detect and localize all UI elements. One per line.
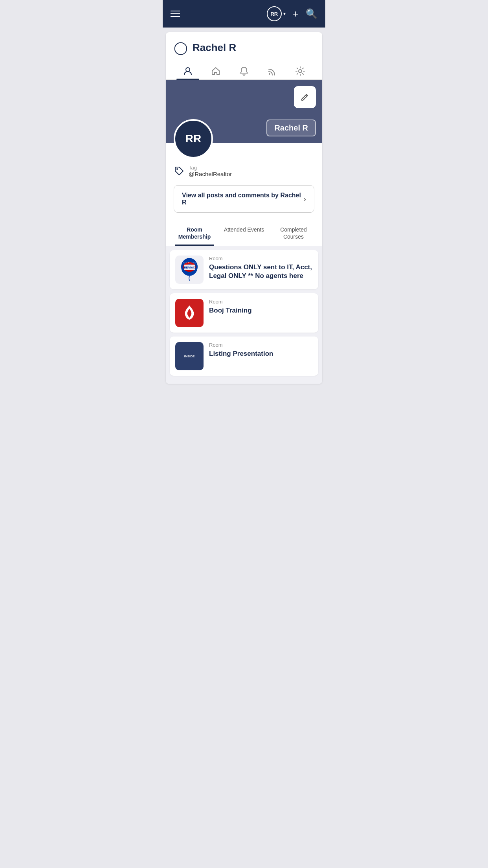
tab-home[interactable]: [204, 63, 227, 79]
room-title: Listing Presentation: [209, 349, 313, 358]
tag-info: Tag @RachelRealtor: [189, 165, 232, 177]
room-info: Room Booj Training: [209, 299, 313, 315]
list-item[interactable]: Room Booj Training: [170, 293, 318, 333]
tag-value: @RachelRealtor: [189, 171, 232, 177]
tag-label: Tag: [189, 165, 232, 171]
user-avatar[interactable]: RR: [267, 6, 282, 21]
section-tab-bar: RoomMembership Attended Events Completed…: [166, 221, 322, 246]
room-info: Room Questions ONLY sent to IT, Acct, Le…: [209, 256, 313, 280]
room-title: Booj Training: [209, 306, 313, 315]
section-tab-attended-events[interactable]: Attended Events: [219, 221, 269, 246]
add-icon[interactable]: +: [293, 8, 299, 20]
room-info: Room Listing Presentation: [209, 342, 313, 358]
list-item[interactable]: INSIDE Room Listing Presentation: [170, 337, 318, 376]
header-left: [171, 11, 180, 17]
room-type-label: Room: [209, 342, 313, 348]
svg-point-1: [269, 73, 270, 75]
tab-settings[interactable]: [289, 63, 312, 79]
room-logo-booj: [175, 299, 204, 327]
profile-title-section: ◯ Rachel R: [166, 32, 322, 59]
person-icon: ◯: [174, 40, 188, 55]
booj-logo-icon: [179, 303, 200, 323]
view-posts-label: View all posts and comments by Rachel R: [182, 192, 303, 206]
dropdown-arrow-icon[interactable]: ▾: [283, 11, 286, 17]
tab-notifications[interactable]: [233, 63, 255, 79]
chevron-right-icon: ›: [303, 195, 306, 204]
svg-point-2: [299, 70, 302, 73]
rss-tab-icon: [267, 66, 277, 76]
profile-banner: Rachel R RR: [166, 80, 322, 143]
bell-tab-icon: [239, 66, 249, 76]
app-header: RR ▾ + 🔍: [163, 0, 325, 28]
section-tab-room-membership[interactable]: RoomMembership: [170, 221, 219, 246]
remax-logo-icon: RE/MAX Estate Properties: [176, 256, 203, 283]
svg-point-0: [186, 68, 190, 72]
list-item[interactable]: RE/MAX Estate Properties Room Questions …: [170, 250, 318, 289]
menu-icon[interactable]: [171, 11, 180, 17]
svg-text:RE/MAX: RE/MAX: [184, 267, 195, 269]
main-card: ◯ Rachel R: [166, 32, 322, 384]
room-list: RE/MAX Estate Properties Room Questions …: [166, 246, 322, 384]
header-right: RR ▾ + 🔍: [267, 6, 317, 21]
section-tab-completed-courses[interactable]: CompletedCourses: [269, 221, 318, 246]
tag-icon: [174, 166, 185, 177]
home-tab-icon: [211, 66, 221, 76]
inside-logo-text: INSIDE: [177, 353, 202, 360]
gear-tab-icon: [295, 66, 305, 76]
pencil-icon: [301, 93, 309, 101]
avatar-menu[interactable]: RR ▾: [267, 6, 286, 21]
room-logo-remax: RE/MAX Estate Properties: [175, 256, 204, 284]
profile-avatar: RR: [174, 119, 213, 158]
banner-name-label: Rachel R: [266, 120, 316, 136]
room-title: Questions ONLY sent to IT, Acct, Legal O…: [209, 263, 313, 280]
edit-profile-button[interactable]: [294, 86, 316, 108]
svg-point-3: [176, 168, 178, 170]
room-type-label: Room: [209, 256, 313, 261]
profile-tab-bar: [166, 59, 322, 80]
profile-tab-icon: [183, 66, 193, 76]
view-posts-button[interactable]: View all posts and comments by Rachel R …: [174, 185, 314, 213]
room-logo-inside: INSIDE: [175, 342, 204, 370]
tab-profile[interactable]: [176, 63, 199, 79]
room-type-label: Room: [209, 299, 313, 305]
search-icon[interactable]: 🔍: [306, 8, 317, 19]
svg-text:Estate Properties: Estate Properties: [183, 262, 196, 264]
profile-name-heading: Rachel R: [193, 42, 236, 54]
tab-feed[interactable]: [261, 63, 284, 79]
